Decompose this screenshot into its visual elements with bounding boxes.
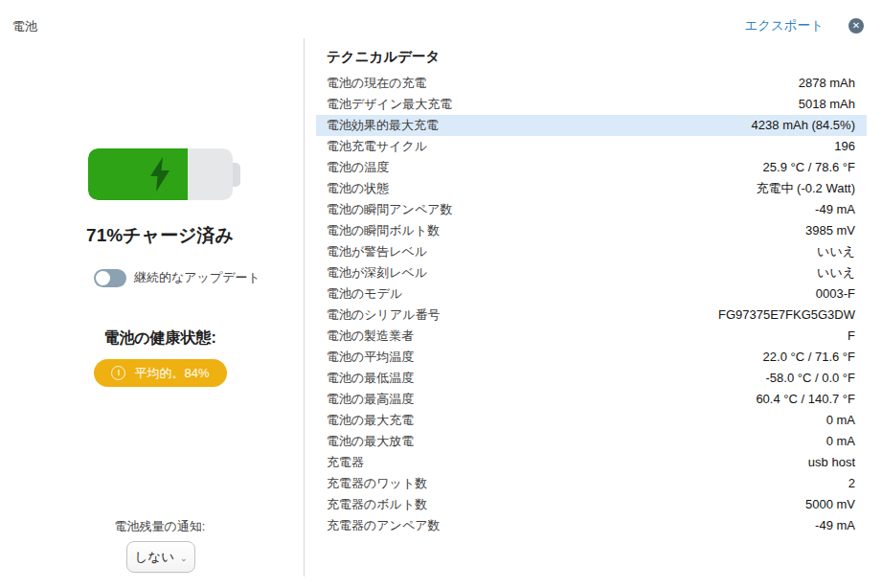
row-label: 電池効果的最大充電 bbox=[327, 115, 439, 136]
row-label: 電池の最大放電 bbox=[327, 431, 414, 452]
table-row: 充電器 usb host bbox=[316, 452, 867, 473]
row-value: いいえ bbox=[817, 262, 855, 283]
row-label: 充電器のアンペア数 bbox=[327, 515, 441, 536]
charging-bolt-icon bbox=[149, 157, 170, 192]
table-row: 電池の現在の充電 2878 mAh bbox=[316, 73, 867, 94]
row-value: F bbox=[848, 326, 855, 347]
table-row: 電池が深刻レベル いいえ bbox=[316, 262, 867, 283]
table-row: 電池の最大放電 0 mA bbox=[316, 431, 867, 452]
row-label: 電池の現在の充電 bbox=[327, 73, 427, 94]
table-row: 充電器のボルト数 5000 mV bbox=[316, 494, 867, 515]
row-label: 電池のシリアル番号 bbox=[327, 305, 441, 326]
battery-icon bbox=[88, 148, 233, 200]
battery-cap bbox=[233, 163, 240, 187]
health-badge-label: 平均的。84% bbox=[134, 365, 209, 382]
row-value: 5018 mAh bbox=[799, 94, 855, 115]
row-value: 2878 mAh bbox=[799, 73, 855, 94]
row-value: 0003-F bbox=[816, 283, 855, 305]
row-value: 4238 mAh (84.5%) bbox=[752, 115, 855, 136]
row-label: 電池充電サイクル bbox=[327, 136, 427, 157]
warning-icon: ! bbox=[111, 366, 125, 380]
table-row: 充電器のアンペア数 -49 mA bbox=[316, 515, 867, 536]
continuous-update-toggle[interactable] bbox=[94, 269, 126, 287]
row-label: 充電器のワット数 bbox=[327, 473, 427, 494]
row-label: 電池の最高温度 bbox=[327, 389, 414, 410]
battery-health-badge: ! 平均的。84% bbox=[94, 359, 227, 387]
row-value: 0 mA bbox=[826, 431, 855, 452]
battery-fill-level bbox=[88, 148, 188, 200]
close-icon[interactable]: ✕ bbox=[848, 18, 864, 34]
row-label: 電池の最低温度 bbox=[327, 368, 414, 389]
row-label: 電池が深刻レベル bbox=[327, 262, 427, 283]
table-row: 電池の製造業者 F bbox=[316, 326, 867, 347]
charge-percent-text: 71%チャージ済み bbox=[45, 223, 275, 248]
chevron-down-icon: ⌄ bbox=[180, 554, 188, 563]
table-row: 電池の状態 充電中 (-0.2 Watt) bbox=[316, 178, 867, 199]
row-value: usb host bbox=[808, 452, 855, 473]
battery-health-heading: 電池の健康状態: bbox=[45, 328, 275, 349]
row-label: 充電器 bbox=[327, 452, 364, 473]
table-row: 電池が警告レベル いいえ bbox=[316, 241, 867, 262]
notification-dropdown-value: しない bbox=[135, 549, 174, 566]
row-label: 電池の瞬間アンペア数 bbox=[327, 199, 453, 220]
tech-rows: 電池の現在の充電 2878 mAh 電池デザイン最大充電 5018 mAh 電池… bbox=[316, 73, 867, 536]
row-value: -49 mA bbox=[815, 199, 855, 220]
table-row: 電池の最高温度 60.4 °C / 140.7 °F bbox=[316, 389, 867, 410]
toggle-knob bbox=[96, 271, 110, 285]
continuous-update-row: 継続的なアップデート bbox=[94, 268, 260, 287]
row-label: 電池のモデル bbox=[327, 283, 402, 305]
table-row: 電池効果的最大充電 4238 mAh (84.5%) bbox=[316, 115, 867, 136]
notification-dropdown[interactable]: しない ⌄ bbox=[126, 541, 195, 573]
export-button[interactable]: エクスポート bbox=[744, 17, 824, 34]
row-value: 3985 mV bbox=[805, 220, 855, 241]
row-value: -49 mA bbox=[815, 515, 855, 536]
technical-data-title: テクニカルデータ bbox=[327, 48, 440, 66]
row-value: 25.9 °C / 78.6 °F bbox=[763, 157, 855, 178]
row-value: 2 bbox=[848, 473, 855, 494]
row-label: 電池デザイン最大充電 bbox=[327, 94, 452, 115]
row-label: 電池の温度 bbox=[327, 157, 389, 178]
row-label: 電池の最大充電 bbox=[327, 410, 414, 431]
row-value: 0 mA bbox=[826, 410, 855, 431]
table-row: 電池の瞬間ボルト数 3985 mV bbox=[316, 220, 867, 241]
battery-body bbox=[88, 148, 233, 200]
table-row: 電池充電サイクル 196 bbox=[316, 136, 867, 157]
row-value: 196 bbox=[834, 136, 855, 157]
row-label: 充電器のボルト数 bbox=[327, 494, 427, 515]
table-row: 電池のシリアル番号 FG97375E7FKG5G3DW bbox=[316, 305, 867, 326]
toggle-label: 継続的なアップデート bbox=[134, 269, 260, 286]
row-value: FG97375E7FKG5G3DW bbox=[718, 305, 855, 326]
table-row: 電池のモデル 0003-F bbox=[316, 283, 867, 305]
table-row: 電池デザイン最大充電 5018 mAh bbox=[316, 94, 867, 115]
row-label: 電池の状態 bbox=[327, 178, 389, 199]
table-row: 充電器のワット数 2 bbox=[316, 473, 867, 494]
row-value: 60.4 °C / 140.7 °F bbox=[756, 389, 855, 410]
battery-notification-label: 電池残量の通知: bbox=[45, 518, 275, 535]
row-label: 電池の平均温度 bbox=[327, 347, 414, 368]
row-value: 5000 mV bbox=[805, 494, 855, 515]
table-row: 電池の平均温度 22.0 °C / 71.6 °F bbox=[316, 347, 867, 368]
table-row: 電池の温度 25.9 °C / 78.6 °F bbox=[316, 157, 867, 178]
battery-app-window: 電池 エクスポート ✕ 71%チャージ済み 継続的なアップデート 電池の健康状態… bbox=[0, 0, 882, 588]
row-value: 22.0 °C / 71.6 °F bbox=[763, 347, 855, 368]
table-row: 電池の瞬間アンペア数 -49 mA bbox=[316, 199, 867, 220]
row-value: いいえ bbox=[817, 241, 855, 262]
row-label: 電池の製造業者 bbox=[327, 326, 414, 347]
row-label: 電池が警告レベル bbox=[327, 241, 427, 262]
table-row: 電池の最大充電 0 mA bbox=[316, 410, 867, 431]
row-value: -58.0 °C / 0.0 °F bbox=[766, 368, 856, 389]
row-value: 充電中 (-0.2 Watt) bbox=[756, 178, 855, 199]
panel-divider bbox=[304, 38, 305, 577]
row-label: 電池の瞬間ボルト数 bbox=[327, 220, 440, 241]
table-row: 電池の最低温度 -58.0 °C / 0.0 °F bbox=[316, 368, 867, 389]
page-title: 電池 bbox=[12, 18, 37, 35]
